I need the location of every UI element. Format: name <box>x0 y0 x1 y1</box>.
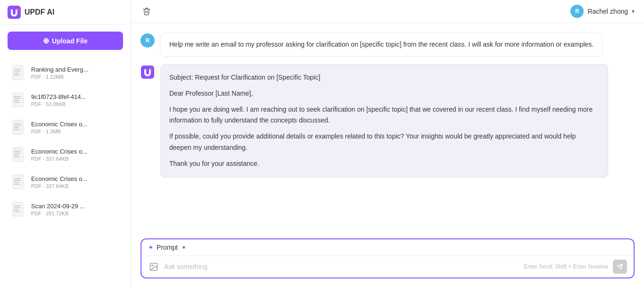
svg-rect-14 <box>14 125 21 126</box>
svg-rect-10 <box>14 100 19 101</box>
file-icon <box>11 173 26 190</box>
input-hint: Enter Send; Shift + Enter Newline <box>524 263 608 270</box>
svg-rect-28 <box>14 205 21 206</box>
file-name: Scan 2024-09-29 ... <box>31 203 85 210</box>
svg-rect-21 <box>14 156 20 157</box>
user-message-bubble: Help me write an email to my professor a… <box>160 33 603 57</box>
user-name: Rachel zhong <box>587 8 628 15</box>
file-list-item[interactable]: Scan 2024-09-29 ... PDF · 291.72KB <box>4 196 127 222</box>
upload-button-label: Upload File <box>52 37 87 45</box>
prompt-label: Prompt <box>157 244 178 251</box>
file-name: Economic Crises o... <box>31 175 87 182</box>
svg-rect-0 <box>8 6 21 19</box>
app-title: UPDF AI <box>25 8 54 16</box>
file-list-item[interactable]: 9c1f0723-8fef-414... PDF · 53.08KB <box>4 87 127 113</box>
user-message-text: Help me write an email to my professor a… <box>169 41 594 48</box>
file-icon <box>11 91 26 108</box>
svg-rect-23 <box>14 178 21 179</box>
svg-rect-5 <box>14 73 19 74</box>
top-bar: R Rachel zhong ▾ <box>131 0 644 23</box>
svg-rect-18 <box>14 151 21 152</box>
svg-point-1 <box>17 8 19 11</box>
file-list-item[interactable]: Economic Crises o... PDF · 1.3MB <box>4 114 127 140</box>
ai-message-avatar <box>140 65 155 79</box>
ai-message-bubble: Subject: Request for Clarification on [S… <box>160 64 608 178</box>
file-info: Scan 2024-09-29 ... PDF · 291.72KB <box>31 203 85 216</box>
upload-plus-icon: ⊕ <box>43 36 49 45</box>
file-icon <box>11 64 26 81</box>
sidebar-header: UPDF AI <box>0 0 131 25</box>
svg-rect-3 <box>14 69 21 70</box>
svg-rect-25 <box>14 182 19 183</box>
ai-body2: If possible, could you provide additiona… <box>169 131 599 154</box>
sidebar: UPDF AI ⊕ Upload File Ranking and Everg.… <box>0 0 131 286</box>
file-meta: PDF · 1.12MB <box>31 74 88 80</box>
svg-rect-30 <box>14 209 19 210</box>
ai-greeting: Dear Professor [Last Name], <box>169 88 599 99</box>
svg-rect-32 <box>141 65 154 79</box>
file-icon <box>11 146 26 163</box>
ai-message: Subject: Request for Clarification on [S… <box>140 64 635 178</box>
updf-logo-icon <box>8 6 21 19</box>
svg-rect-29 <box>14 207 21 208</box>
input-area: ✦ Prompt ▾ Enter Send; Shift + Enter New… <box>131 234 644 286</box>
svg-rect-9 <box>14 98 21 99</box>
ai-body1: I hope you are doing well. I am reaching… <box>169 104 599 127</box>
input-row: Enter Send; Shift + Enter Newline <box>141 256 634 278</box>
chevron-down-icon: ▾ <box>632 8 635 15</box>
file-name: Economic Crises o... <box>31 121 87 128</box>
trash-button[interactable] <box>140 5 153 17</box>
sparkle-icon: ✦ <box>148 244 154 251</box>
file-info: Ranking and Everg... PDF · 1.12MB <box>31 66 88 80</box>
svg-rect-4 <box>14 71 21 72</box>
svg-rect-8 <box>14 96 21 97</box>
user-info[interactable]: R Rachel zhong ▾ <box>570 5 635 18</box>
input-toolbar: ✦ Prompt ▾ <box>141 239 634 256</box>
user-message-avatar: R <box>140 33 155 48</box>
file-list-item[interactable]: Economic Crises o... PDF · 337.64KB <box>4 141 127 168</box>
svg-rect-11 <box>14 102 20 103</box>
file-info: Economic Crises o... PDF · 337.64KB <box>31 175 87 189</box>
svg-rect-6 <box>14 74 20 75</box>
file-name: Economic Crises o... <box>31 148 87 155</box>
ai-closing: Thank you for your assistance. <box>169 158 599 170</box>
file-icon <box>11 201 26 218</box>
prompt-dropdown-button[interactable]: ▾ <box>181 243 187 252</box>
file-info: 9c1f0723-8fef-414... PDF · 53.08KB <box>31 93 86 107</box>
upload-file-button[interactable]: ⊕ Upload File <box>8 32 123 50</box>
file-meta: PDF · 337.64KB <box>31 183 87 189</box>
file-meta: PDF · 291.72KB <box>31 211 85 216</box>
file-info: Economic Crises o... PDF · 1.3MB <box>31 121 87 134</box>
file-meta: PDF · 53.08KB <box>31 101 86 107</box>
svg-point-35 <box>152 265 153 266</box>
file-list: Ranking and Everg... PDF · 1.12MB 9c1f07… <box>0 57 131 286</box>
svg-rect-15 <box>14 127 19 128</box>
file-list-item[interactable]: Ranking and Everg... PDF · 1.12MB <box>4 59 127 86</box>
file-meta: PDF · 1.3MB <box>31 129 87 134</box>
input-container: ✦ Prompt ▾ Enter Send; Shift + Enter New… <box>140 238 635 278</box>
file-list-item[interactable]: Economic Crises o... PDF · 337.64KB <box>4 169 127 195</box>
chat-area: R Help me write an email to my professor… <box>131 23 644 234</box>
svg-rect-26 <box>14 184 20 185</box>
file-info: Economic Crises o... PDF · 337.64KB <box>31 148 87 162</box>
chat-input[interactable] <box>164 261 519 272</box>
image-upload-button[interactable] <box>148 261 159 272</box>
file-name: Ranking and Everg... <box>31 66 88 73</box>
svg-rect-19 <box>14 153 21 154</box>
main-content: R Rachel zhong ▾ R Help me write an emai… <box>131 0 644 286</box>
svg-rect-31 <box>14 211 20 212</box>
svg-rect-13 <box>14 123 21 124</box>
file-name: 9c1f0723-8fef-414... <box>31 93 86 100</box>
user-message: R Help me write an email to my professor… <box>140 33 635 57</box>
file-meta: PDF · 337.64KB <box>31 156 87 162</box>
send-button[interactable] <box>613 260 627 274</box>
svg-point-33 <box>150 68 152 71</box>
svg-rect-20 <box>14 155 19 155</box>
ai-subject: Subject: Request for Clarification on [S… <box>169 72 599 83</box>
user-avatar: R <box>570 5 584 18</box>
svg-rect-16 <box>14 129 20 130</box>
file-icon <box>11 119 26 136</box>
svg-rect-24 <box>14 180 21 181</box>
